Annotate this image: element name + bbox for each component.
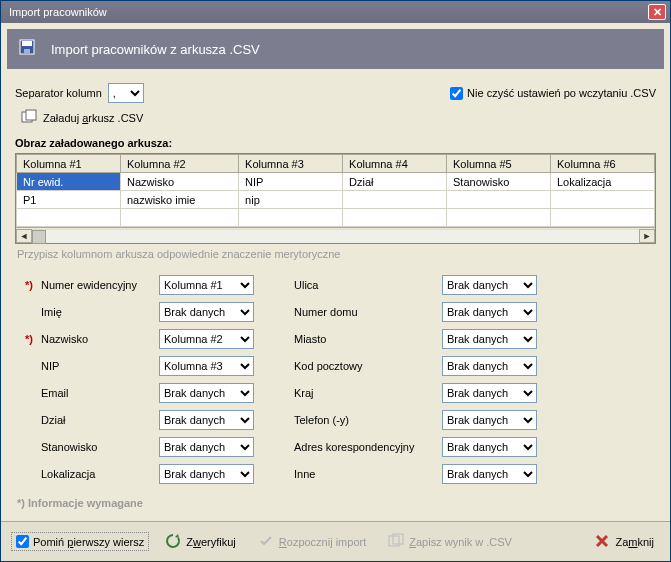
field-label: Dział [41,414,151,426]
field-select-inne[interactable]: Brak danych [442,464,537,484]
table-row [17,209,655,227]
close-footer-button[interactable]: Zamknij [588,530,660,554]
svg-rect-4 [26,110,36,120]
save-result-icon [388,533,404,551]
col-header[interactable]: Kolumna #1 [17,155,121,173]
field-label: Kod pocztowy [294,360,434,372]
col-header[interactable]: Kolumna #3 [239,155,343,173]
scroll-right-icon[interactable]: ► [639,229,655,243]
close-icon: ✕ [653,6,662,19]
col-header[interactable]: Kolumna #5 [447,155,551,173]
field-label: NIP [41,360,151,372]
import-window: Import pracowników ✕ Import pracowników … [0,0,671,562]
header-bar: Import pracowników z arkusza .CSV [7,29,664,69]
check-icon [258,533,274,551]
table-row[interactable]: P1 nazwisko imie nip [17,191,655,209]
preview-label: Obraz załadowanego arkusza: [15,137,656,149]
start-import-label: Rozpocznij import [279,536,366,548]
field-select-adres-koresp[interactable]: Brak danych [442,437,537,457]
scroll-track[interactable] [32,229,639,243]
x-icon [594,533,610,551]
skip-first-row-label: Pomiń pierwszy wiersz [33,536,144,548]
field-label: Email [41,387,151,399]
field-label: Imię [41,306,151,318]
field-label: Miasto [294,333,434,345]
field-label: Nazwisko [41,333,151,345]
skip-first-row-group: Pomiń pierwszy wiersz [11,532,149,551]
svg-rect-1 [22,41,32,46]
col-header[interactable]: Kolumna #6 [550,155,654,173]
save-result-button: Zapisz wynik w .CSV [382,530,518,554]
separator-label: Separator kolumn [15,87,102,99]
field-select-kraj[interactable]: Brak danych [442,383,537,403]
field-select-ulica[interactable]: Brak danych [442,275,537,295]
refresh-icon [165,533,181,551]
save-result-label: Zapisz wynik w .CSV [409,536,512,548]
field-label: Kraj [294,387,434,399]
close-button[interactable]: ✕ [648,4,666,20]
field-label: Inne [294,468,434,480]
field-select-email[interactable]: Brak danych [159,383,254,403]
footer-bar: Pomiń pierwszy wiersz Zweryfikuj Rozpocz… [1,521,670,561]
scroll-left-icon[interactable]: ◄ [16,229,32,243]
field-label: Lokalizacja [41,468,151,480]
field-label: Numer ewidencyjny [41,279,151,291]
save-icon [19,39,39,59]
load-sheet-button[interactable]: Załaduj arkusz .CSV [21,109,656,127]
verify-button[interactable]: Zweryfikuj [159,530,242,554]
load-icon [21,109,37,127]
close-label: Zamknij [615,536,654,548]
field-label: Numer domu [294,306,434,318]
horizontal-scrollbar[interactable]: ◄ ► [16,227,655,243]
table-row[interactable]: Nr ewid. Nazwisko NIP Dział Stanowisko L… [17,173,655,191]
preview-grid: Kolumna #1 Kolumna #2 Kolumna #3 Kolumna… [15,153,656,244]
field-label: Telefon (-y) [294,414,434,426]
mapping-area: *)Numer ewidencyjnyKolumna #1 ImięBrak d… [15,274,656,485]
window-title: Import pracowników [9,6,107,18]
start-import-button: Rozpocznij import [252,530,372,554]
field-label: Adres korespondencyjny [294,441,434,453]
load-sheet-label: Załaduj arkusz .CSV [43,112,143,124]
keep-settings-checkbox[interactable] [450,87,463,100]
scroll-thumb[interactable] [32,230,46,244]
field-select-numer-ewid[interactable]: Kolumna #1 [159,275,254,295]
field-label: Ulica [294,279,434,291]
field-select-telefon[interactable]: Brak danych [442,410,537,430]
titlebar: Import pracowników ✕ [1,1,670,23]
field-select-numer-domu[interactable]: Brak danych [442,302,537,322]
field-label: Stanowisko [41,441,151,453]
skip-first-row-checkbox[interactable] [16,535,29,548]
col-header[interactable]: Kolumna #4 [343,155,447,173]
field-select-lokalizacja[interactable]: Brak danych [159,464,254,484]
field-select-stanowisko[interactable]: Brak danych [159,437,254,457]
required-note: *) Informacje wymagane [17,497,656,509]
field-select-nip[interactable]: Kolumna #3 [159,356,254,376]
header-title: Import pracowników z arkusza .CSV [51,42,260,57]
col-header[interactable]: Kolumna #2 [120,155,238,173]
mapping-hint: Przypisz kolumnom arkusza odpowiednie zn… [17,248,656,260]
field-select-dzial[interactable]: Brak danych [159,410,254,430]
field-select-kod-pocztowy[interactable]: Brak danych [442,356,537,376]
separator-select[interactable]: , [108,83,144,103]
field-select-miasto[interactable]: Brak danych [442,329,537,349]
field-select-imie[interactable]: Brak danych [159,302,254,322]
keep-settings-label: Nie czyść ustawień po wczytaniu .CSV [467,87,656,99]
svg-rect-2 [24,49,30,53]
field-select-nazwisko[interactable]: Kolumna #2 [159,329,254,349]
verify-label: Zweryfikuj [186,536,236,548]
